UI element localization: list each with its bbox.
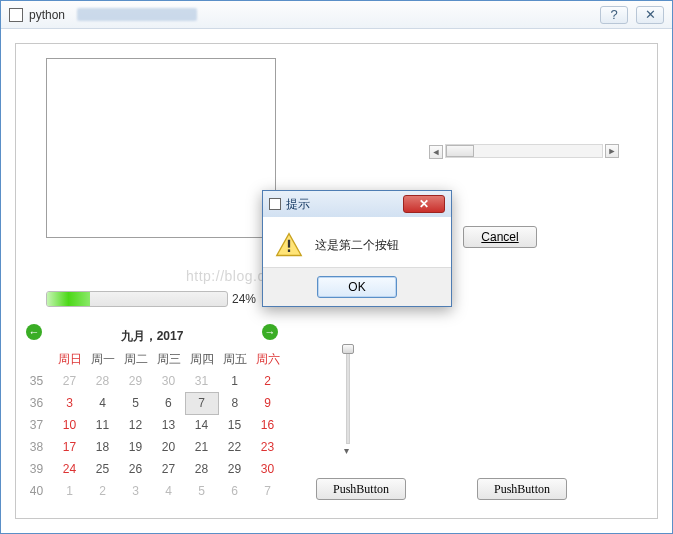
calendar-week-number: 40 xyxy=(20,480,53,502)
dialog-close-button[interactable]: ✕ xyxy=(403,195,445,213)
list-widget[interactable] xyxy=(46,58,276,238)
calendar-day[interactable]: 2 xyxy=(251,370,284,392)
calendar-day[interactable]: 25 xyxy=(86,458,119,480)
calendar-day-header: 周一 xyxy=(86,348,119,370)
calendar-week-number: 36 xyxy=(20,392,53,414)
calendar-day[interactable]: 29 xyxy=(218,458,251,480)
calendar-day[interactable]: 19 xyxy=(119,436,152,458)
dialog-message: 这是第二个按钮 xyxy=(315,237,399,254)
title-blur xyxy=(77,8,197,21)
calendar-day[interactable]: 15 xyxy=(218,414,251,436)
close-button[interactable]: ✕ xyxy=(636,6,664,24)
progress-bar: 24% xyxy=(46,290,256,308)
calendar-day[interactable]: 2 xyxy=(86,480,119,502)
push-button-2[interactable]: PushButton xyxy=(477,478,567,500)
calendar-table: 周日周一周二周三周四周五周六35272829303112363456789371… xyxy=(20,348,284,502)
calendar-day[interactable]: 12 xyxy=(119,414,152,436)
calendar-day[interactable]: 28 xyxy=(185,458,218,480)
scroll-track[interactable] xyxy=(445,144,603,158)
calendar-day[interactable]: 6 xyxy=(152,392,185,414)
calendar-week-number: 37 xyxy=(20,414,53,436)
message-dialog: 提示 ✕ 这是第二个按钮 OK xyxy=(262,190,452,307)
calendar-day[interactable]: 8 xyxy=(218,392,251,414)
calendar-header: 九月，2017 xyxy=(20,324,284,348)
chevron-down-icon: ▾ xyxy=(344,445,349,456)
scroll-right-icon[interactable]: ► xyxy=(605,144,619,158)
slider-track[interactable] xyxy=(346,344,350,444)
calendar-day[interactable]: 28 xyxy=(86,370,119,392)
push-button-1[interactable]: PushButton xyxy=(316,478,406,500)
progress-label: 24% xyxy=(232,292,256,306)
dialog-icon xyxy=(269,198,281,210)
calendar-day-header: 周六 xyxy=(251,348,284,370)
warning-icon xyxy=(275,231,303,259)
calendar-day[interactable]: 30 xyxy=(251,458,284,480)
calendar-day[interactable]: 4 xyxy=(152,480,185,502)
calendar-day[interactable]: 5 xyxy=(185,480,218,502)
calendar-day[interactable]: 3 xyxy=(53,392,86,414)
calendar-day[interactable]: 29 xyxy=(119,370,152,392)
calendar-day-header: 周日 xyxy=(53,348,86,370)
calendar-day-header: 周四 xyxy=(185,348,218,370)
calendar-day[interactable]: 31 xyxy=(185,370,218,392)
calendar-day[interactable]: 27 xyxy=(53,370,86,392)
calendar-week-number: 38 xyxy=(20,436,53,458)
progress-fill xyxy=(47,292,90,306)
calendar-day-header: 周五 xyxy=(218,348,251,370)
slider-thumb[interactable] xyxy=(342,344,354,354)
calendar-day[interactable]: 9 xyxy=(251,392,284,414)
calendar-day[interactable]: 7 xyxy=(185,392,218,414)
calendar-day[interactable]: 23 xyxy=(251,436,284,458)
calendar-day[interactable]: 1 xyxy=(218,370,251,392)
horizontal-scrollbar[interactable]: ◄ ► xyxy=(429,144,619,160)
calendar-day[interactable]: 4 xyxy=(86,392,119,414)
svg-rect-1 xyxy=(288,240,290,248)
scroll-left-icon[interactable]: ◄ xyxy=(429,145,443,159)
calendar-day-header: 周三 xyxy=(152,348,185,370)
calendar-day[interactable]: 6 xyxy=(218,480,251,502)
cancel-button[interactable]: Cancel xyxy=(463,226,537,248)
calendar-day[interactable]: 22 xyxy=(218,436,251,458)
calendar-day-header: 周二 xyxy=(119,348,152,370)
calendar-week-number: 39 xyxy=(20,458,53,480)
calendar-day[interactable]: 24 xyxy=(53,458,86,480)
calendar-day[interactable]: 13 xyxy=(152,414,185,436)
calendar-week-number: 35 xyxy=(20,370,53,392)
calendar-day[interactable]: 18 xyxy=(86,436,119,458)
calendar-day[interactable]: 27 xyxy=(152,458,185,480)
titlebar: python ? ✕ xyxy=(1,1,672,29)
help-button[interactable]: ? xyxy=(600,6,628,24)
calendar-day[interactable]: 21 xyxy=(185,436,218,458)
window-title: python xyxy=(29,8,65,22)
calendar-day[interactable]: 17 xyxy=(53,436,86,458)
vertical-slider[interactable]: ▾ xyxy=(340,344,356,444)
calendar-next-button[interactable]: → xyxy=(262,324,278,340)
calendar-day[interactable]: 1 xyxy=(53,480,86,502)
window-icon xyxy=(9,8,23,22)
calendar-day[interactable]: 14 xyxy=(185,414,218,436)
calendar-day[interactable]: 30 xyxy=(152,370,185,392)
ok-button[interactable]: OK xyxy=(317,276,397,298)
svg-rect-2 xyxy=(288,249,290,252)
scroll-thumb[interactable] xyxy=(446,145,474,157)
calendar-day[interactable]: 11 xyxy=(86,414,119,436)
calendar-day[interactable]: 20 xyxy=(152,436,185,458)
calendar-day[interactable]: 16 xyxy=(251,414,284,436)
dialog-title: 提示 xyxy=(286,196,310,213)
dialog-titlebar: 提示 ✕ xyxy=(263,191,451,217)
calendar-day[interactable]: 3 xyxy=(119,480,152,502)
calendar-day[interactable]: 10 xyxy=(53,414,86,436)
calendar-prev-button[interactable]: ← xyxy=(26,324,42,340)
calendar-day[interactable]: 7 xyxy=(251,480,284,502)
calendar-day[interactable]: 26 xyxy=(119,458,152,480)
calendar-day[interactable]: 5 xyxy=(119,392,152,414)
calendar-widget[interactable]: ← → 九月，2017 周日周一周二周三周四周五周六35272829303112… xyxy=(20,324,284,502)
